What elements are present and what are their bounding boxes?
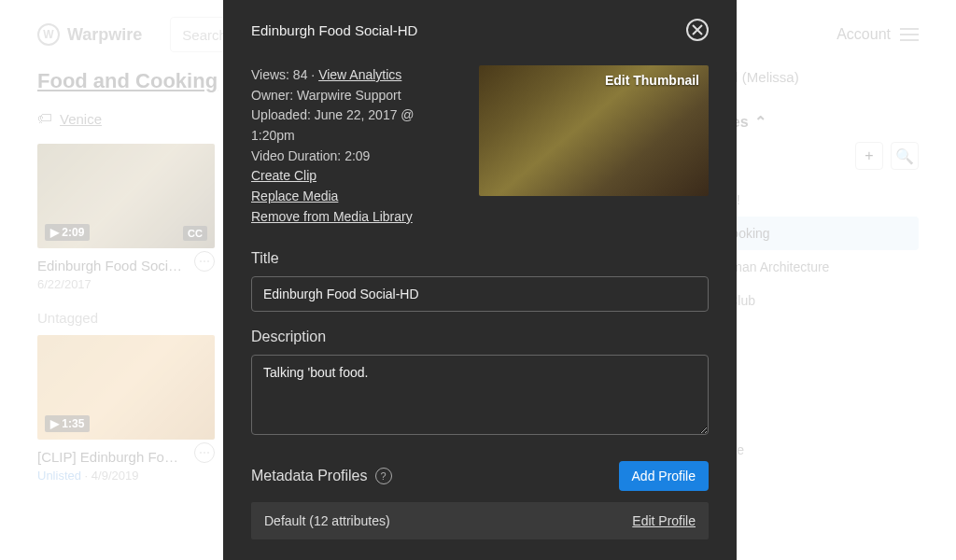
view-analytics-link[interactable]: View Analytics: [318, 67, 401, 82]
close-icon: [692, 24, 703, 35]
views-label: Views: 84 ·: [251, 67, 318, 82]
close-button[interactable]: [686, 19, 709, 41]
description-textarea[interactable]: Talking 'bout food.: [251, 355, 709, 435]
edit-profile-link[interactable]: Edit Profile: [632, 513, 696, 528]
modal-title: Edinburgh Food Social-HD: [251, 22, 417, 38]
thumbnail-preview: Edit Thumbnail: [479, 65, 709, 196]
profile-name: Default (12 attributes): [264, 513, 390, 528]
add-profile-button[interactable]: Add Profile: [619, 461, 709, 491]
video-settings-modal: Edinburgh Food Social-HD Views: 84 · Vie…: [223, 0, 737, 560]
description-label: Description: [251, 329, 709, 345]
help-icon[interactable]: ?: [375, 468, 392, 484]
title-label: Title: [251, 250, 709, 267]
create-clip-link[interactable]: Create Clip: [251, 168, 316, 183]
duration-line: Video Duration: 2:09: [251, 147, 460, 167]
owner-line: Owner: Warpwire Support: [251, 86, 460, 106]
title-input[interactable]: [251, 276, 709, 312]
edit-thumbnail-button[interactable]: Edit Thumbnail: [605, 73, 699, 88]
remove-link[interactable]: Remove from Media Library: [251, 209, 413, 224]
metadata-label: Metadata Profiles: [251, 468, 368, 484]
replace-media-link[interactable]: Replace Media: [251, 189, 338, 203]
uploaded-line: Uploaded: June 22, 2017 @ 1:20pm: [251, 105, 460, 146]
profile-row: Default (12 attributes) Edit Profile: [251, 502, 709, 539]
